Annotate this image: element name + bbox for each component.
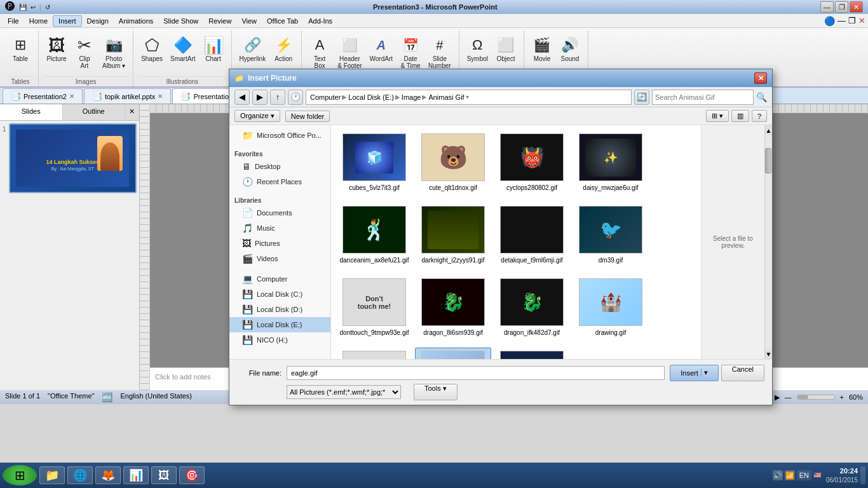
menu-file[interactable]: File [3,16,24,26]
search-input[interactable] [652,90,754,105]
nav-local-d[interactable]: 💾 Local Disk (D:) [229,302,330,317]
scroll-track[interactable] [765,135,772,349]
language-indicator[interactable]: EN [797,470,811,480]
taskbar-firefox[interactable]: 🦊 [95,466,121,484]
file-grid-scrollbar[interactable]: ▲ ▼ [764,125,772,359]
menu-insert[interactable]: Insert [53,15,82,27]
scroll-down-button[interactable]: ▼ [765,349,772,359]
nav-ms-office[interactable]: 📁 Microsoft Office Po... [229,128,330,143]
taskbar-ie[interactable]: 🌐 [67,466,93,484]
dialog-close-button[interactable]: ✕ [754,72,767,84]
slide-thumbnail-1[interactable]: 14 Langkah Sukses By : Ika Manggita, ST [9,123,137,193]
forward-button[interactable]: ▶ [252,90,268,105]
tray-network[interactable]: 🔊 [773,470,783,480]
sound-button[interactable]: 🔊 Sound [557,33,583,64]
textbox-button[interactable]: A TextBox [307,33,332,71]
menu-animations[interactable]: Animations [114,16,158,26]
action-button[interactable]: ⚡ Action [271,33,296,64]
breadcrumb-bar[interactable]: Computer ▶ Local Disk (E:) ▶ Image ▶ Ani… [306,90,632,105]
organize-button[interactable]: Organize ▾ [234,110,280,122]
nav-local-c[interactable]: 💾 Local Disk (C:) [229,287,330,302]
nav-nico[interactable]: 💾 NICO (H:) [229,332,330,348]
refresh-button[interactable]: 🔄 [634,90,649,105]
tab-presentation2[interactable]: 📑 Presentation2 ✕ [3,88,83,104]
symbol-button[interactable]: Ω Symbol [465,33,491,64]
close-button[interactable]: ✕ [850,1,863,13]
movie-button[interactable]: 🎬 Movie [529,33,555,64]
scroll-up-button[interactable]: ▲ [765,125,772,135]
bc-image[interactable]: Image [402,93,421,101]
recent-button[interactable]: 🕐 [288,90,303,105]
file-cute[interactable]: 🐻 cute_qlt1dnox.gif [415,130,491,200]
file-daisy[interactable]: ✨ daisy_mwzjae6u.gif [573,130,649,200]
nav-videos[interactable]: 🎬 Videos [229,251,330,266]
file-detakque[interactable]: detakque_t9ml6mji.gif [494,203,570,273]
nav-pictures[interactable]: 🖼 Pictures [229,236,330,251]
smartart-button[interactable]: 🔷 SmartArt [168,33,198,64]
menu-addins[interactable]: Add-Ins [303,16,337,26]
bc-localdisk-e[interactable]: Local Disk (E:) [348,93,394,101]
tab-topik-close[interactable]: ✕ [158,93,163,100]
cancel-button[interactable]: Cancel [721,365,764,381]
shapes-button[interactable]: ⬠ Shapes [139,33,165,64]
slide-num-button[interactable]: # SlideNumber [426,33,454,71]
file-donttouch[interactable]: Don'ttouch me! donttouch_9tmpw93e.gif [336,275,412,345]
restore-button[interactable]: ❐ [835,1,848,13]
file-earth[interactable]: EARTH earth_vsyuxjw5.gif [494,348,570,359]
tab-topik[interactable]: 📑 topik artikel.pptx ✕ [84,88,171,104]
object-button[interactable]: ⬜ Object [493,33,519,64]
file-dragon8[interactable]: 🐉 dragon_8i6sm939.gif [415,275,491,345]
menu-design[interactable]: Design [82,16,114,26]
scroll-thumb[interactable] [765,148,771,173]
zoom-slider[interactable] [797,395,835,400]
new-folder-button[interactable]: New folder [285,111,330,122]
file-dragon-ifk[interactable]: 🐉 dragon_ifk482d7.gif [494,275,570,345]
zoom-out-icon[interactable]: — [785,393,792,401]
chart-button[interactable]: 📊 Chart [201,33,226,64]
taskbar-powerpoint[interactable]: 📊 [123,466,149,484]
file-duraceleng[interactable]: 🔋 duraceleng_xy4dhjor.gif [336,348,412,359]
slides-tab[interactable]: Slides [0,104,63,120]
bc-computer[interactable]: Computer [310,93,341,101]
back-button[interactable]: ◀ [234,90,250,105]
file-dance[interactable]: 🕺 danceanim_ax8efu21.gif [336,203,412,273]
tools-button[interactable]: Tools ▾ [414,384,458,400]
nav-documents[interactable]: 📄 Documents [229,205,330,220]
file-dm39[interactable]: 🐦 dm39.gif [573,203,649,273]
menu-officetab[interactable]: Office Tab [262,16,303,26]
nav-computer[interactable]: 💻 Computer [229,271,330,287]
views-button[interactable]: ⊞ ▾ [706,110,729,122]
clipart-button[interactable]: ✂ ClipArt [72,33,97,71]
table-button[interactable]: ⊞ Table [8,33,33,64]
tray-volume[interactable]: 📶 [785,470,795,480]
filename-input[interactable] [287,366,665,380]
minimize-button[interactable]: — [820,1,834,13]
filetype-select[interactable]: All Pictures (*.emf;*.wmf;*.jpg;* [287,385,401,399]
zoom-in-icon[interactable]: + [840,393,844,401]
file-cyclops[interactable]: 👹 cyclops280802.gif [494,130,570,200]
menu-slideshow[interactable]: Slide Show [158,16,203,26]
file-eagle[interactable]: 🦅 eagle.gif [415,348,491,359]
taskbar-explorer[interactable]: 📁 [39,466,65,484]
nav-music[interactable]: 🎵 Music [229,220,330,236]
outline-tab[interactable]: Outline [63,104,126,120]
menu-view[interactable]: View [236,16,262,26]
bc-animasi-gif[interactable]: Animasi Gif [428,93,464,101]
wordart-button[interactable]: A WordArt [367,33,396,64]
date-button[interactable]: 📅 Date& Time [398,33,423,71]
help-button[interactable]: ? [752,110,767,122]
taskbar-extra[interactable]: 🎯 [179,466,205,484]
file-drawing[interactable]: 🏰 drawing.gif [573,275,649,345]
nav-local-e[interactable]: 💾 Local Disk (E:) [229,317,330,332]
picture-button[interactable]: 🖼 Picture [44,33,69,64]
insert-button[interactable]: Insert ▾ [670,365,719,381]
start-button[interactable]: ⊞ [3,465,37,485]
menu-home[interactable]: Home [24,16,53,26]
show-desktop-button[interactable] [860,466,865,484]
insert-dropdown-arrow[interactable]: ▾ [701,369,708,377]
header-button[interactable]: ⬜ Header& Footer [335,33,364,71]
search-icon[interactable]: 🔍 [756,92,767,102]
zoom-level[interactable]: 60% [849,393,863,401]
taskbar-photoshop[interactable]: 🖼 [151,466,177,484]
photo-album-button[interactable]: 📷 PhotoAlbum ▾ [100,33,128,71]
